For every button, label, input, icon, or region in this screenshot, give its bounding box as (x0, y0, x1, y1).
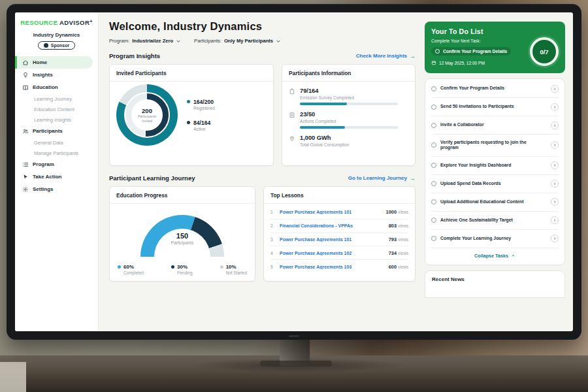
task-row[interactable]: Verify participants requesting to join t… (431, 135, 559, 157)
legend-label: Pending (177, 270, 192, 275)
chevron-right-icon[interactable]: › (551, 85, 559, 93)
stat-progress-fill (300, 126, 345, 129)
logo-resource: RESOURCE (20, 19, 57, 26)
chevron-right-icon[interactable]: › (551, 161, 559, 169)
checkbox-circle-icon[interactable] (431, 199, 436, 204)
next-task-chip[interactable]: Confirm Your Program Details (431, 47, 511, 56)
sidebar-item-education-content[interactable]: Education Content (15, 104, 98, 114)
recent-news-header: Recent News (425, 270, 565, 298)
chevron-right-icon[interactable]: › (551, 141, 559, 149)
chevron-right-icon[interactable]: › (551, 216, 559, 224)
lesson-link[interactable]: Power Purchase Agreements 102 (280, 251, 385, 255)
chevron-right-icon[interactable]: › (551, 198, 559, 206)
learning-journey-header: Participant Learning Journey Go to Learn… (109, 174, 416, 182)
chevron-right-icon[interactable]: › (551, 180, 559, 188)
participants-dropdown[interactable]: Participants: Only My Participants (194, 38, 281, 44)
todo-tasks-card: Confirm Your Program Details › Send 50 I… (425, 78, 565, 265)
sidebar-item-education[interactable]: Education (15, 81, 98, 93)
lesson-views: 734 (389, 250, 397, 256)
task-label: Send 50 Invitations to Participants (440, 104, 547, 110)
collapse-tasks-link[interactable]: Collapse Tasks (431, 248, 559, 264)
checkbox-circle-icon[interactable] (431, 163, 436, 168)
sidebar-item-learning-insights[interactable]: Learning Insights (15, 114, 98, 125)
chevron-down-icon (176, 39, 181, 44)
calendar-icon (431, 60, 436, 65)
checkbox-circle-icon[interactable] (435, 49, 440, 54)
chevron-right-icon[interactable]: › (551, 103, 559, 111)
legend-value: 60% (123, 264, 144, 270)
sidebar-item-label: Settings (33, 186, 54, 192)
legend-value: 164/200 (193, 99, 215, 105)
task-row[interactable]: Upload Additional Educational Content › (431, 193, 559, 212)
sidebar-item-participants[interactable]: Participants (15, 125, 98, 137)
sidebar-item-take-action[interactable]: Take Action (15, 171, 98, 183)
sidebar-item-insights[interactable]: Insights (15, 69, 98, 81)
education-progress-card: Education Progress 150 Participants (109, 186, 255, 282)
sidebar-item-home[interactable]: Home (15, 56, 93, 69)
task-row[interactable]: Achieve One Sustainability Target › (431, 212, 559, 230)
link-label: Go to Learning Journey (348, 175, 407, 181)
sidebar-item-settings[interactable]: Settings (15, 183, 98, 195)
chevron-up-icon (511, 253, 515, 258)
sponsor-icon (44, 43, 48, 48)
survey-clipboard-icon (289, 88, 295, 95)
legend-value: 84/164 (193, 120, 210, 126)
donut-legend: 164/200 Registered 84/164 Active (187, 99, 215, 131)
program-label: Program: (109, 38, 129, 44)
collapse-label: Collapse Tasks (474, 253, 508, 259)
lesson-link[interactable]: Financial Considerations - VPPAs (280, 223, 385, 228)
task-row[interactable]: Upload Spend Data Records › (431, 175, 559, 193)
checkbox-circle-icon[interactable] (431, 86, 436, 91)
sidebar-item-program[interactable]: Program (15, 158, 98, 171)
participants-information-card: Participants Information 79/164 Emission… (282, 64, 416, 166)
task-row[interactable]: Explore Your Insights Dashboard › (431, 157, 559, 175)
donut-center-label: Participants Invited (135, 114, 159, 123)
legend-label: Not Started (226, 270, 247, 275)
checkbox-circle-icon[interactable] (431, 123, 436, 128)
checkbox-circle-icon[interactable] (431, 142, 436, 148)
lesson-link[interactable]: Power Purchase Agreements 103 (280, 265, 385, 269)
checkbox-circle-icon[interactable] (431, 236, 436, 241)
lesson-rank: 4 (270, 251, 276, 255)
task-row[interactable]: Invite a Collaborator › (431, 116, 559, 135)
lesson-rank: 5 (270, 265, 276, 269)
sidebar-item-manage-participants[interactable]: Manage Participants (15, 148, 98, 158)
task-row[interactable]: Send 50 Invitations to Participants › (431, 98, 559, 116)
sidebar-item-learning-journey[interactable]: Learning Journey (15, 93, 98, 104)
sidebar-item-general-data[interactable]: General Data (15, 137, 98, 148)
sponsor-badge[interactable]: Sponsor (38, 41, 75, 50)
program-dropdown[interactable]: Program: Industrialize Zero (109, 38, 181, 44)
stat-label: Actions Completed (300, 119, 398, 123)
learning-cards-row: Education Progress 150 Participants (109, 186, 416, 282)
check-more-insights-link[interactable]: Check More Insights → (356, 53, 416, 59)
paper-on-desk (0, 362, 26, 392)
lesson-rank: 1 (270, 210, 276, 214)
checkbox-circle-icon[interactable] (431, 218, 436, 223)
chevron-down-icon (276, 39, 281, 44)
home-icon (22, 59, 29, 66)
lesson-views: 600 (389, 264, 397, 270)
sidebar-nav: Home Insights Education Learning Journey… (15, 56, 98, 195)
lesson-link[interactable]: Power Purchase Agreements 101 (280, 237, 385, 242)
task-label: Confirm Your Program Details (440, 86, 547, 91)
lesson-views: 1000 (386, 209, 397, 215)
chevron-right-icon[interactable]: › (551, 235, 559, 242)
task-row[interactable]: Confirm Your Program Details › (431, 80, 559, 98)
sidebar-item-label: Program (33, 161, 54, 167)
lightbulb-icon (22, 72, 29, 78)
go-to-learning-journey-link[interactable]: Go to Learning Journey → (348, 175, 416, 182)
list-icon (22, 161, 29, 168)
link-label: Check More Insights (356, 53, 407, 59)
card-title: Invited Participants (110, 65, 273, 82)
chevron-right-icon[interactable]: › (551, 122, 559, 129)
legend-item: 84/164 Active (187, 120, 215, 131)
lesson-row: 2 Financial Considerations - VPPAs 803vi… (270, 220, 408, 233)
checkbox-circle-icon[interactable] (431, 181, 436, 186)
checkbox-circle-icon[interactable] (431, 105, 436, 110)
sidebar: RESOURCE ADVISOR+ Industry Dynamics Spon… (15, 12, 99, 331)
legend-value: 30% (177, 264, 192, 270)
lesson-link[interactable]: Power Purchase Agreements 101 (280, 210, 382, 214)
stat-row: 1,000 GWh Total Global Consumption (289, 135, 408, 147)
invited-donut-chart: 200 Participants Invited (116, 84, 178, 146)
task-row[interactable]: Complete Your Learning Journey › (431, 230, 559, 248)
